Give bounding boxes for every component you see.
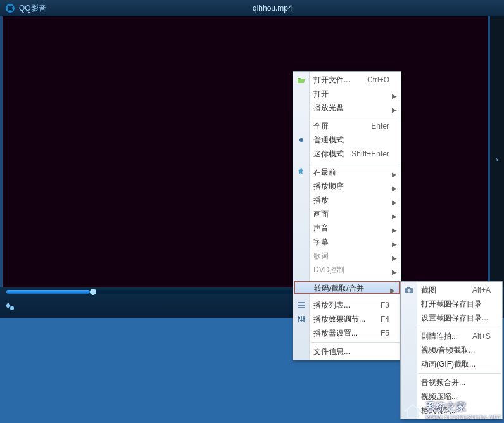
- file-title: qihhou.mp4: [46, 4, 499, 13]
- submenu-av-merge[interactable]: 音视频合并...: [401, 376, 502, 389]
- menu-separator: [311, 117, 400, 117]
- pin-icon: [296, 167, 307, 178]
- svg-rect-15: [301, 316, 302, 322]
- menu-play-disc[interactable]: 播放光盘▶: [293, 101, 401, 115]
- menu-lyrics: 歌词▶: [293, 249, 401, 263]
- list-icon: [296, 300, 307, 311]
- menu-picture[interactable]: 画面▶: [293, 207, 401, 221]
- camera-icon: [403, 284, 415, 296]
- submenu-gif-capture[interactable]: 动画(GIF)截取...: [401, 357, 502, 371]
- menu-normal-mode[interactable]: 普通模式: [293, 133, 401, 147]
- menu-separator: [419, 327, 501, 327]
- progress-fill: [6, 290, 90, 294]
- playlist-panel-collapsed[interactable]: ›: [490, 16, 504, 303]
- svg-rect-13: [298, 307, 305, 308]
- svg-rect-22: [407, 287, 410, 289]
- menu-open-file[interactable]: 打开文件... Ctrl+O: [293, 73, 401, 87]
- menu-file-info[interactable]: 文件信息...: [293, 344, 401, 358]
- svg-point-21: [408, 289, 411, 293]
- submenu-open-screenshot-dir[interactable]: 打开截图保存目录: [401, 297, 502, 311]
- submenu-screenshot[interactable]: 截图Alt+A: [401, 283, 502, 297]
- svg-point-4: [8, 9, 9, 11]
- svg-rect-18: [300, 320, 303, 321]
- menu-effects[interactable]: 播放效果调节...F4: [293, 312, 401, 326]
- sliders-icon: [296, 313, 307, 325]
- watermark: 系统之家 WWW.XITONGZHIJIA.NET: [404, 401, 501, 420]
- menu-separator: [311, 296, 400, 296]
- footprint-icon[interactable]: [5, 302, 15, 312]
- folder-open-icon: [296, 74, 307, 85]
- submenu-set-screenshot-dir[interactable]: 设置截图保存目录...: [401, 311, 502, 325]
- watermark-url: WWW.XITONGZHIJIA.NET: [425, 414, 501, 420]
- menu-on-top[interactable]: 在最前▶: [293, 165, 401, 179]
- chevron-right-icon: ›: [496, 155, 498, 164]
- watermark-text: 系统之家: [425, 401, 501, 414]
- svg-rect-19: [303, 318, 305, 319]
- video-viewport[interactable]: [3, 16, 488, 303]
- submenu-av-clip[interactable]: 视频/音频截取...: [401, 343, 502, 357]
- svg-point-3: [11, 6, 13, 7]
- svg-point-2: [8, 6, 9, 7]
- menu-subtitle[interactable]: 字幕▶: [293, 235, 401, 249]
- menu-dvd-control: DVD控制▶: [293, 263, 401, 277]
- app-logo-icon: [5, 3, 15, 13]
- menu-settings[interactable]: 播放器设置...F5: [293, 326, 401, 340]
- menu-separator: [311, 342, 400, 343]
- menu-open[interactable]: 打开▶: [293, 87, 401, 101]
- menu-playlist[interactable]: 播放列表...F3: [293, 298, 401, 312]
- menu-sound[interactable]: 声音▶: [293, 221, 401, 235]
- svg-rect-12: [298, 305, 305, 306]
- menu-play-order[interactable]: 播放顺序▶: [293, 179, 401, 193]
- chevron-right-icon: ▶: [392, 265, 397, 279]
- title-bar: QQ影音 qihhou.mp4: [0, 0, 504, 16]
- submenu-burst-capture[interactable]: 剧情连拍...Alt+S: [401, 329, 502, 343]
- menu-fullscreen[interactable]: 全屏Enter: [293, 119, 401, 133]
- menu-separator: [311, 279, 400, 279]
- dot-icon: [296, 134, 307, 146]
- chevron-right-icon: ▶: [390, 284, 395, 297]
- house-icon: [404, 403, 422, 419]
- progress-knob[interactable]: [90, 289, 96, 295]
- chevron-right-icon: ▶: [392, 103, 397, 117]
- svg-rect-14: [298, 316, 299, 322]
- menu-play[interactable]: 播放▶: [293, 193, 401, 207]
- menu-transcode-capture-merge[interactable]: 转码/截取/合并▶: [294, 281, 400, 294]
- svg-rect-11: [298, 302, 305, 303]
- app-name: QQ影音: [19, 3, 46, 14]
- context-menu: 打开文件... Ctrl+O 打开▶ 播放光盘▶ 全屏Enter 普通模式 迷你…: [293, 71, 401, 360]
- svg-point-5: [11, 9, 13, 11]
- menu-mini-mode[interactable]: 迷你模式Shift+Enter: [293, 147, 401, 161]
- menu-separator: [311, 163, 400, 163]
- svg-point-10: [299, 138, 303, 142]
- context-submenu-capture: 截图Alt+A 打开截图保存目录 设置截图保存目录... 剧情连拍...Alt+…: [400, 281, 503, 419]
- svg-rect-17: [298, 317, 300, 319]
- menu-separator: [419, 373, 501, 374]
